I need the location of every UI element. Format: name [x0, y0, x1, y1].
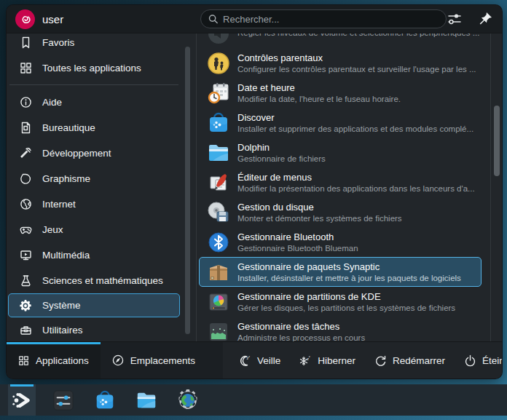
app-title: Gestion du disque: [237, 201, 402, 213]
power-icon: [464, 354, 476, 367]
app-row-discover[interactable]: Discover Installer et supprimer des appl…: [199, 108, 482, 138]
gamepad-icon: [19, 223, 32, 237]
taskbar-dolphin[interactable]: [133, 384, 160, 416]
folder-icon: [135, 389, 157, 411]
moon-icon: z z: [239, 354, 251, 367]
app-description: Modifier la présentation des application…: [237, 183, 475, 194]
sidebar-item-utilitaires[interactable]: Utilitaires: [8, 317, 180, 341]
sidebar-item-label: Système: [42, 300, 81, 311]
action-label: Hiberner: [318, 355, 355, 366]
launcher-body: Favoris Toutes les applications: [7, 33, 502, 342]
sidebar-item-developpement[interactable]: Développement: [8, 140, 180, 166]
sidebar-scrollbar[interactable]: [185, 47, 190, 334]
sliders-icon: [447, 11, 463, 27]
sidebar-item-label: Bureautique: [42, 122, 95, 133]
app-title: Dolphin: [237, 141, 326, 154]
restart-button[interactable]: Redémarrer: [374, 354, 445, 367]
sidebar-item-systeme[interactable]: Système: [8, 293, 180, 317]
pin-icon: [477, 11, 493, 27]
action-label: Veille: [257, 355, 280, 366]
taskbar-panel: [0, 384, 507, 416]
sidebar-item-label: Utilitaires: [42, 325, 83, 336]
list-scrollbar-track: [490, 33, 491, 341]
app-row-gestionnaire-bluetooth[interactable]: Gestionnaire Bluetooth Gestionnaire Blue…: [199, 227, 482, 257]
grid-icon: [18, 355, 29, 366]
sidebar-item-sciences-et-mathematiques[interactable]: Sciences et mathématiques: [8, 268, 180, 293]
action-label: Redémarrer: [393, 355, 445, 366]
color-circle-icon: [19, 173, 32, 186]
sidebar-item-label: Graphisme: [42, 173, 90, 184]
footer-tab-bar: Applications Emplacements: [7, 342, 223, 379]
svg-text:z: z: [248, 354, 250, 358]
app-description: Installer et supprimer des applications …: [237, 124, 473, 135]
desktop: user: [0, 0, 507, 420]
sidebar-separator: [9, 84, 178, 85]
search-box[interactable]: [200, 9, 447, 28]
app-row-gestionnaire-de-partitions-de-kde[interactable]: Gestionnaire de partitions de KDE Gérer …: [199, 287, 482, 317]
disk-icon: [207, 201, 230, 224]
app-description: Régler les niveaux de volume et sélectio…: [237, 33, 475, 39]
grid-icon: [19, 62, 32, 75]
app-description: Installer, désinstaller et mettre à jour…: [237, 273, 461, 284]
restart-icon: [374, 354, 387, 367]
app-row-editeur-de-menus[interactable]: Éditeur de menus Modifier la présentatio…: [199, 167, 482, 197]
volume-icon: [207, 33, 230, 45]
tab-applications[interactable]: Applications: [7, 342, 101, 379]
app-description: Administre les processus en cours: [237, 333, 365, 342]
debian-swirl-icon: [15, 9, 35, 29]
category-sidebar: Favoris Toutes les applications: [7, 33, 181, 341]
taskbar-globe-gear-app[interactable]: [174, 384, 202, 416]
list-scrollbar[interactable]: [494, 106, 500, 176]
sidebar-item-label: Internet: [42, 199, 76, 210]
user-avatar[interactable]: [15, 9, 35, 29]
search-input[interactable]: [223, 14, 439, 25]
search-icon: [208, 14, 218, 24]
sidebar-item-internet[interactable]: Internet: [8, 191, 180, 217]
sidebar-item-multimedia[interactable]: Multimédia: [8, 242, 180, 268]
app-title: Gestionnaire Bluetooth: [237, 231, 358, 243]
app-row-controles-parentaux[interactable]: Contrôles parentaux Configurer les contr…: [199, 48, 482, 78]
document-icon: [19, 122, 32, 135]
app-row-date-et-heure[interactable]: Date et heure Modifier la date, l'heure …: [199, 78, 482, 108]
app-description: Gérer les disques, les partitions et les…: [237, 303, 455, 314]
discover-icon: [94, 389, 116, 411]
monitor-play-icon: [19, 249, 32, 262]
sidebar-item-graphisme[interactable]: Graphisme: [8, 166, 180, 191]
sidebar-item-label: Toutes les applications: [42, 63, 141, 74]
flask-icon: [19, 274, 32, 288]
session-actions: z z Veille z z Hiberner: [223, 342, 503, 379]
compass-icon: [112, 354, 124, 366]
app-row-gestionnaire-des-taches[interactable]: Gestionnaire des tâches Administre les p…: [199, 317, 482, 341]
partition-icon: [207, 290, 230, 314]
sidebar-item-bureautique[interactable]: Bureautique: [8, 115, 180, 140]
sidebar-item-favoris[interactable]: Favoris: [8, 33, 180, 55]
app-description: Modifier la date, l'heure et le fuseau h…: [237, 94, 401, 105]
app-title: Éditeur de menus: [237, 171, 475, 183]
app-row-gestionnaire-de-paquets-synaptic[interactable]: Gestionnaire de paquets Synaptic Install…: [199, 257, 482, 287]
sidebar-item-label: Développement: [42, 148, 111, 159]
taskbar-app-launcher[interactable]: [8, 384, 36, 416]
pin-button[interactable]: [476, 9, 495, 28]
tab-label: Emplacements: [130, 355, 195, 366]
app-description: Gestionnaire Bluetooth Blueman: [237, 243, 358, 254]
sidebar-item-jeux[interactable]: Jeux: [8, 217, 180, 242]
kde-launcher-icon: [11, 389, 33, 411]
sleep-button[interactable]: z z Veille: [239, 354, 280, 367]
tab-emplacements[interactable]: Emplacements: [101, 342, 207, 379]
app-description: Monter et démonter les systèmes de fichi…: [237, 213, 402, 224]
shutdown-button[interactable]: Éteindre: [464, 354, 503, 367]
sidebar-item-toutes-les-applications[interactable]: Toutes les applications: [8, 55, 180, 81]
username-label: user: [42, 13, 63, 25]
app-row-partial[interactable]: Régler les niveaux de volume et sélectio…: [199, 33, 482, 48]
taskbar-discover[interactable]: [91, 384, 119, 416]
globe-gear-icon: [176, 389, 200, 412]
app-description: Configurer les contrôles parentaux et su…: [237, 64, 475, 75]
bookmark-icon: [19, 36, 32, 49]
taskbar-system-settings[interactable]: [50, 384, 77, 416]
app-row-dolphin[interactable]: Dolphin Gestionnaire de fichiers: [199, 138, 482, 167]
configure-button[interactable]: [445, 9, 464, 28]
hibernate-button[interactable]: z z Hiberner: [299, 354, 355, 367]
sidebar-item-label: Favoris: [42, 37, 74, 48]
app-row-gestion-du-disque[interactable]: Gestion du disque Monter et démonter les…: [199, 197, 482, 227]
sidebar-item-aide[interactable]: Aide: [8, 90, 180, 115]
